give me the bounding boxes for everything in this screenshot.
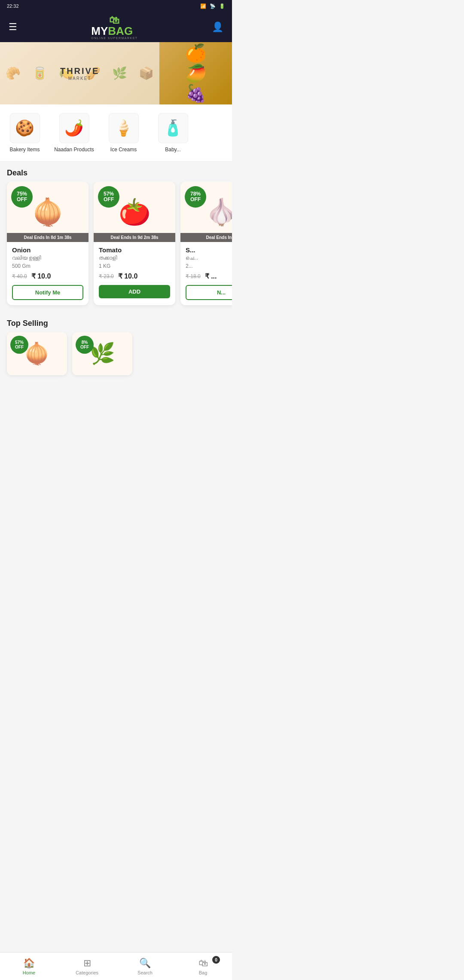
tomato-badge-off: OFF bbox=[104, 197, 114, 202]
third-img-wrap: 78% OFF 🧄 Deal Ends In ... bbox=[180, 182, 232, 242]
onion-badge: 75% OFF bbox=[11, 186, 33, 208]
banner-side[interactable]: 🍊🥭🍇 bbox=[159, 42, 232, 104]
banner-main[interactable]: 🥐 🥫 🍋 🥜 🌿 📦 THRIVE MARKET bbox=[0, 42, 159, 104]
deals-scroll: 75% OFF 🧅 Deal Ends In 8d 1m 38s Onion വ… bbox=[0, 182, 232, 312]
third-emoji: 🧄 bbox=[205, 197, 232, 227]
naadan-label: Naadan Products bbox=[54, 147, 94, 153]
tomato-img-wrap: 57% OFF 🍅 Deal Ends In 9d 2m 38s bbox=[94, 182, 175, 242]
third-local: ചെ... bbox=[186, 255, 232, 261]
third-badge: 78% OFF bbox=[185, 186, 206, 208]
icecream-label: Ice Creams bbox=[110, 147, 137, 153]
third-old-price: ₹ 18.0 bbox=[186, 273, 201, 279]
tomato-badge: 57% OFF bbox=[98, 186, 119, 208]
tomato-new-price: ₹ 10.0 bbox=[118, 272, 138, 280]
deals-title: Deals bbox=[0, 162, 232, 182]
status-bar: 22:32 📶 📡 🔋 bbox=[0, 0, 232, 12]
third-badge-off: OFF bbox=[190, 197, 201, 202]
third-info: S... ചെ... 2... ₹ 18.0 ₹ ... N... bbox=[180, 242, 232, 305]
tomato-name: Tomato bbox=[99, 246, 170, 254]
logo-my: MY bbox=[91, 25, 108, 37]
profile-icon[interactable]: 👤 bbox=[212, 21, 223, 33]
top-selling-title: Top Selling bbox=[0, 312, 232, 332]
deals-section: Deals 75% OFF 🧅 Deal Ends In 8d 1m 38s O… bbox=[0, 162, 232, 312]
tomato-emoji: 🍅 bbox=[119, 197, 151, 227]
onion-emoji: 🧅 bbox=[32, 197, 64, 227]
onion-prices: ₹ 40.0 ₹ 10.0 bbox=[12, 272, 83, 280]
third-timer-label: Deal Ends In bbox=[206, 235, 232, 240]
category-bakery[interactable]: 🍪 Bakery Items bbox=[0, 110, 49, 156]
onion-weight: 500 Gm bbox=[12, 263, 83, 269]
third-name: S... bbox=[186, 246, 232, 254]
tomato-old-price: ₹ 23.0 bbox=[99, 273, 114, 279]
onion-name: Onion bbox=[12, 246, 83, 254]
logo-bag: BAG bbox=[108, 25, 133, 37]
baby-label: Baby... bbox=[165, 147, 180, 153]
top-selling-section: Top Selling 57% OFF 🧅 8% OFF 🌿 bbox=[0, 312, 232, 382]
top-badge-2-off: OFF bbox=[80, 345, 89, 349]
deal-card-onion: 75% OFF 🧅 Deal Ends In 8d 1m 38s Onion വ… bbox=[7, 182, 89, 305]
top-card-2-img: 8% OFF 🌿 bbox=[72, 332, 132, 375]
time: 22:32 bbox=[7, 3, 19, 9]
onion-badge-off: OFF bbox=[17, 197, 27, 202]
add-button-tomato[interactable]: ADD bbox=[99, 285, 170, 298]
top-card-2[interactable]: 8% OFF 🌿 bbox=[72, 332, 132, 375]
tomato-timer-val: 9d 2m 38s bbox=[137, 235, 158, 240]
logo-icon: 🛍 bbox=[109, 15, 119, 25]
third-new-price: ₹ ... bbox=[205, 272, 217, 280]
onion-new-price: ₹ 10.0 bbox=[31, 272, 51, 280]
onion-timer: Deal Ends In 8d 1m 38s bbox=[7, 233, 89, 242]
third-prices: ₹ 18.0 ₹ ... bbox=[186, 272, 232, 280]
banner-title: THRIVE bbox=[60, 66, 99, 76]
notify-me-button[interactable]: Notify Me bbox=[12, 285, 83, 300]
onion-timer-val: 8d 1m 38s bbox=[51, 235, 71, 240]
onion-local: വലിയ ഉള്ളി bbox=[12, 255, 83, 261]
signal-icon: 📶 bbox=[200, 3, 206, 9]
deal-card-third: 78% OFF 🧄 Deal Ends In ... S... ചെ... 2.… bbox=[180, 182, 232, 305]
category-baby[interactable]: 🧴 Baby... bbox=[148, 110, 198, 156]
icecream-img: 🍦 bbox=[109, 113, 139, 143]
onion-img-wrap: 75% OFF 🧅 Deal Ends In 8d 1m 38s bbox=[7, 182, 89, 242]
top-card-1-img: 57% OFF 🧅 bbox=[7, 332, 67, 375]
tomato-info: Tomato തക്കാളി 1 KG ₹ 23.0 ₹ 10.0 ADD bbox=[94, 242, 175, 305]
logo: 🛍 MY BAG ONLINE SUPERMARKET bbox=[91, 15, 137, 40]
header: ☰ 🛍 MY BAG ONLINE SUPERMARKET 👤 bbox=[0, 12, 232, 42]
deal-card-tomato: 57% OFF 🍅 Deal Ends In 9d 2m 38s Tomato … bbox=[94, 182, 175, 305]
baby-img: 🧴 bbox=[158, 113, 188, 143]
top-card-1-badge: 57% OFF bbox=[10, 336, 28, 354]
tomato-weight: 1 KG bbox=[99, 263, 170, 269]
banner-subtitle: MARKET bbox=[60, 76, 99, 81]
hamburger-menu[interactable]: ☰ bbox=[9, 21, 17, 33]
naadan-img: 🌶️ bbox=[59, 113, 89, 143]
wifi-icon: 📡 bbox=[210, 3, 216, 9]
category-icecream[interactable]: 🍦 Ice Creams bbox=[99, 110, 148, 156]
banner-section: 🥐 🥫 🍋 🥜 🌿 📦 THRIVE MARKET 🍊🥭🍇 bbox=[0, 42, 232, 104]
onion-old-price: ₹ 40.0 bbox=[12, 273, 27, 279]
banner-side-emoji: 🍊🥭🍇 bbox=[185, 43, 207, 104]
third-timer: Deal Ends In ... bbox=[180, 233, 232, 242]
banner-content: THRIVE MARKET bbox=[60, 66, 99, 81]
status-icons: 📶 📡 🔋 bbox=[200, 3, 225, 9]
onion-info: Onion വലിയ ഉള്ളി 500 Gm ₹ 40.0 ₹ 10.0 No… bbox=[7, 242, 89, 305]
onion-timer-label: Deal Ends In bbox=[24, 235, 49, 240]
tomato-timer-label: Deal Ends In bbox=[110, 235, 136, 240]
notify-me-button-third[interactable]: N... bbox=[186, 285, 232, 300]
top-badge-1-off: OFF bbox=[15, 345, 24, 349]
top-card-2-badge: 8% OFF bbox=[76, 336, 94, 354]
logo-subtitle: ONLINE SUPERMARKET bbox=[91, 37, 137, 40]
bakery-label: Bakery Items bbox=[9, 147, 40, 153]
tomato-prices: ₹ 23.0 ₹ 10.0 bbox=[99, 272, 170, 280]
battery-icon: 🔋 bbox=[219, 3, 225, 9]
top-selling-scroll: 57% OFF 🧅 8% OFF 🌿 bbox=[0, 332, 232, 382]
third-weight: 2... bbox=[186, 263, 232, 269]
top-card-1[interactable]: 57% OFF 🧅 bbox=[7, 332, 67, 375]
category-section: 🍪 Bakery Items 🌶️ Naadan Products 🍦 Ice … bbox=[0, 104, 232, 162]
top-badge-2-percent: 8% bbox=[82, 340, 88, 345]
tomato-timer: Deal Ends In 9d 2m 38s bbox=[94, 233, 175, 242]
category-naadan[interactable]: 🌶️ Naadan Products bbox=[49, 110, 99, 156]
tomato-local: തക്കാളി bbox=[99, 255, 170, 261]
top-badge-1-percent: 57% bbox=[15, 340, 24, 345]
bakery-img: 🍪 bbox=[10, 113, 40, 143]
